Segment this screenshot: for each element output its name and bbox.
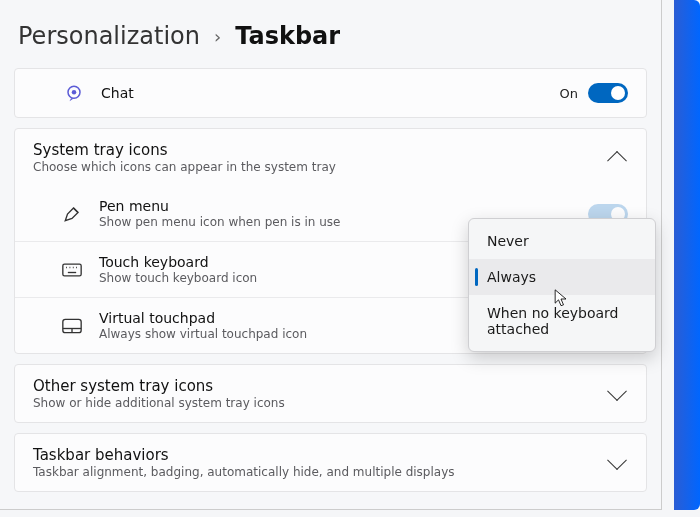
behaviors-title: Taskbar behaviors [33, 446, 592, 464]
breadcrumb: Personalization › Taskbar [0, 0, 661, 68]
section-subtitle: Choose which icons can appear in the sys… [33, 160, 592, 174]
svg-point-1 [72, 90, 77, 95]
window-border-accent [674, 0, 700, 510]
touch-keyboard-dropdown: Never Always When no keyboard attached [468, 218, 656, 352]
page-title: Taskbar [235, 22, 340, 50]
chat-label: Chat [101, 85, 546, 101]
taskbar-behaviors-section[interactable]: Taskbar behaviors Taskbar alignment, bad… [14, 433, 647, 492]
system-tray-icons-header[interactable]: System tray icons Choose which icons can… [15, 129, 646, 186]
chat-toggle-status: On [560, 86, 578, 101]
svg-rect-2 [63, 264, 81, 276]
dropdown-option-always[interactable]: Always [469, 259, 655, 295]
other-title: Other system tray icons [33, 377, 592, 395]
dropdown-option-no-keyboard[interactable]: When no keyboard attached [469, 295, 655, 347]
pen-icon [59, 205, 85, 223]
breadcrumb-parent[interactable]: Personalization [18, 22, 200, 50]
pen-menu-title: Pen menu [99, 198, 574, 214]
chevron-right-icon: › [214, 26, 221, 47]
taskbar-item-chat[interactable]: Chat On [14, 68, 647, 118]
chevron-down-icon [606, 456, 628, 470]
behaviors-subtitle: Taskbar alignment, badging, automaticall… [33, 465, 592, 479]
section-title: System tray icons [33, 141, 592, 159]
chevron-up-icon [606, 151, 628, 165]
chat-icon [61, 84, 87, 102]
chat-toggle[interactable] [588, 83, 628, 103]
chevron-down-icon [606, 387, 628, 401]
dropdown-option-never[interactable]: Never [469, 223, 655, 259]
touchpad-icon [59, 318, 85, 334]
other-system-tray-icons-section[interactable]: Other system tray icons Show or hide add… [14, 364, 647, 423]
keyboard-icon [59, 263, 85, 277]
other-subtitle: Show or hide additional system tray icon… [33, 396, 592, 410]
